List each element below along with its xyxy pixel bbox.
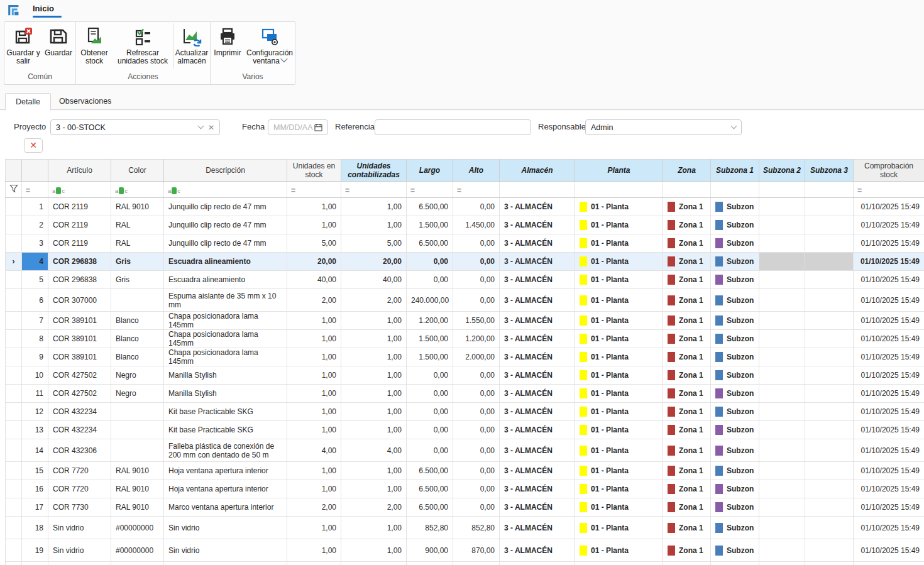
filter-cell-unidades_stock[interactable]: = bbox=[287, 182, 341, 198]
cell-largo[interactable]: 852,80 bbox=[407, 517, 453, 539]
cell-subzona3[interactable] bbox=[805, 253, 854, 271]
cell-subzona1[interactable]: Subzon bbox=[711, 271, 759, 289]
col-header-descripcion[interactable]: Descripción bbox=[164, 160, 287, 182]
cell-largo[interactable]: 0,00 bbox=[407, 421, 453, 439]
cell-color[interactable]: RAL bbox=[111, 234, 164, 253]
cell-num[interactable]: 13 bbox=[22, 421, 48, 439]
table-row[interactable]: 9COR 389101BlancoChapa posicionadora lam… bbox=[6, 348, 924, 366]
cell-unidades_contabilizadas[interactable]: 1,00 bbox=[341, 312, 407, 330]
cell-largo[interactable]: 1.500,00 bbox=[407, 348, 453, 366]
responsable-dropdown-icon[interactable] bbox=[731, 123, 737, 129]
cell-planta[interactable]: 01 - Planta bbox=[575, 289, 663, 312]
cell-alto[interactable]: 1.200,00 bbox=[453, 330, 500, 348]
cell-subzona2[interactable] bbox=[759, 234, 805, 253]
cell-articulo[interactable]: COR 7720 bbox=[48, 480, 111, 498]
cell-comprobacion[interactable]: 01/10/2025 15:49 bbox=[854, 271, 924, 289]
cell-alto[interactable]: 2.000,00 bbox=[453, 348, 500, 366]
cell-almacen[interactable]: 3 - ALMACÉN bbox=[500, 366, 575, 385]
cell-articulo[interactable]: COR 2119 bbox=[48, 216, 111, 234]
cell-zona[interactable]: Zona 1 bbox=[663, 234, 711, 253]
table-row[interactable]: 10COR 427502NegroManilla Stylish1,001,00… bbox=[6, 366, 924, 385]
cell-articulo[interactable]: Sin vidrio bbox=[48, 517, 111, 539]
table-row[interactable]: 2COR 2119RALJunquillo clip recto de 47 m… bbox=[6, 216, 924, 234]
col-header-almacen[interactable]: Almacén bbox=[500, 160, 575, 182]
cell-descripcion[interactable]: Manilla Stylish bbox=[164, 366, 287, 385]
cell-alto[interactable]: 852,80 bbox=[453, 517, 500, 539]
col-header-subzona2[interactable]: Subzona 2 bbox=[759, 160, 805, 182]
cell-planta[interactable]: 01 - Planta bbox=[575, 498, 663, 517]
cell-num[interactable]: 19 bbox=[22, 539, 48, 562]
cell-planta[interactable]: 01 - Planta bbox=[575, 462, 663, 480]
cell-almacen[interactable]: 3 - ALMACÉN bbox=[500, 271, 575, 289]
cell-almacen[interactable]: 3 - ALMACÉN bbox=[500, 421, 575, 439]
cell-unidades_contabilizadas[interactable]: 1,00 bbox=[341, 330, 407, 348]
cell-almacen[interactable]: 3 - ALMACÉN bbox=[500, 289, 575, 312]
cell-articulo[interactable]: COR 389101 bbox=[48, 312, 111, 330]
cell-descripcion[interactable]: Kit base Practicable SKG bbox=[164, 403, 287, 421]
cell-subzona1[interactable]: Subzon bbox=[711, 366, 759, 385]
cell-expand[interactable] bbox=[6, 366, 22, 385]
cell-subzona3[interactable] bbox=[805, 498, 854, 517]
cell-expand[interactable] bbox=[6, 462, 22, 480]
cell-subzona3[interactable] bbox=[805, 289, 854, 312]
cell-subzona1[interactable]: Subzon bbox=[711, 234, 759, 253]
cell-planta[interactable]: 01 - Planta bbox=[575, 198, 663, 216]
proyecto-dropdown-icon[interactable] bbox=[197, 123, 204, 129]
cell-subzona1[interactable]: Subzon bbox=[711, 216, 759, 234]
filter-cell-subzona2[interactable] bbox=[759, 182, 805, 198]
table-row[interactable]: 14COR 432306Falleba plástica de conexión… bbox=[6, 439, 924, 462]
cell-articulo[interactable]: COR 427502 bbox=[48, 366, 111, 385]
cell-zona[interactable]: Zona 1 bbox=[663, 462, 711, 480]
cell-comprobacion[interactable]: 01/10/2025 15:49 bbox=[854, 498, 924, 517]
cell-unidades_stock[interactable]: 4,00 bbox=[287, 439, 341, 462]
cell-articulo[interactable]: COR 296838 bbox=[48, 271, 111, 289]
cell-unidades_stock[interactable]: 1,00 bbox=[287, 330, 341, 348]
guardar-y-salir-button[interactable]: Guardar y salir bbox=[4, 22, 42, 70]
cell-subzona3[interactable] bbox=[805, 439, 854, 462]
cell-color[interactable]: Gris bbox=[111, 271, 164, 289]
cell-comprobacion[interactable]: 01/10/2025 15:49 bbox=[854, 366, 924, 385]
cell-expand[interactable] bbox=[6, 348, 22, 366]
cell-zona[interactable]: Zona 1 bbox=[663, 312, 711, 330]
cell-subzona1[interactable]: Subzon bbox=[711, 421, 759, 439]
cell-subzona1[interactable]: Subzon bbox=[711, 330, 759, 348]
cell-largo[interactable]: 1.500,00 bbox=[407, 330, 453, 348]
cell-articulo[interactable]: COR 2119 bbox=[48, 234, 111, 253]
cell-comprobacion[interactable]: 01/10/2025 15:49 bbox=[854, 330, 924, 348]
cell-subzona1[interactable]: Subzon bbox=[711, 439, 759, 462]
cell-articulo[interactable]: Sin vidrio bbox=[48, 539, 111, 562]
cell-num[interactable]: 2 bbox=[22, 216, 48, 234]
cell-largo[interactable]: 240.000,00 bbox=[407, 289, 453, 312]
cell-expand[interactable] bbox=[6, 539, 22, 562]
filter-cell-unidades_contabilizadas[interactable]: = bbox=[341, 182, 407, 198]
cell-subzona3[interactable] bbox=[805, 517, 854, 539]
cell-num[interactable]: 11 bbox=[22, 385, 48, 403]
col-header-unidades_contabilizadas[interactable]: Unidades contabilizadas bbox=[341, 160, 407, 182]
cell-descripcion[interactable]: Escuadra alineamiento bbox=[164, 271, 287, 289]
cell-unidades_stock[interactable]: 1,00 bbox=[287, 385, 341, 403]
cell-subzona1[interactable]: Subzon bbox=[711, 498, 759, 517]
cell-expand[interactable] bbox=[6, 330, 22, 348]
cell-zona[interactable]: Zona 1 bbox=[663, 421, 711, 439]
cell-unidades_contabilizadas[interactable]: 40,00 bbox=[341, 271, 407, 289]
filter-cell-comprobacion[interactable]: = bbox=[854, 182, 924, 198]
imprimir-button[interactable]: Imprimir bbox=[211, 22, 245, 70]
cell-num[interactable]: 15 bbox=[22, 462, 48, 480]
cell-num[interactable]: 9 bbox=[22, 348, 48, 366]
cell-comprobacion[interactable]: 01/10/2025 15:49 bbox=[854, 289, 924, 312]
cell-unidades_stock[interactable]: 1,00 bbox=[287, 517, 341, 539]
cell-unidades_contabilizadas[interactable]: 5,00 bbox=[341, 234, 407, 253]
cell-articulo[interactable]: COR 7730 bbox=[48, 498, 111, 517]
cell-comprobacion[interactable]: 01/10/2025 15:49 bbox=[854, 216, 924, 234]
table-row[interactable]: 15COR 7720RAL 9010Hoja ventana apertura … bbox=[6, 462, 924, 480]
table-row[interactable]: 16COR 7720RAL 9010Hoja ventana apertura … bbox=[6, 480, 924, 498]
cell-unidades_stock[interactable]: 1,00 bbox=[287, 198, 341, 216]
cell-expand[interactable] bbox=[6, 480, 22, 498]
cell-unidades_stock[interactable]: 1,00 bbox=[287, 421, 341, 439]
cell-subzona1[interactable]: Subzon bbox=[711, 462, 759, 480]
cell-color[interactable]: RAL 9010 bbox=[111, 462, 164, 480]
cell-articulo[interactable]: COR 432306 bbox=[48, 439, 111, 462]
obtener-stock-button[interactable]: Obtener stock bbox=[76, 22, 113, 70]
table-row[interactable]: 19Sin vidrio#00000000Sin vidrio1,001,009… bbox=[6, 539, 924, 562]
cell-expand[interactable] bbox=[6, 198, 22, 216]
